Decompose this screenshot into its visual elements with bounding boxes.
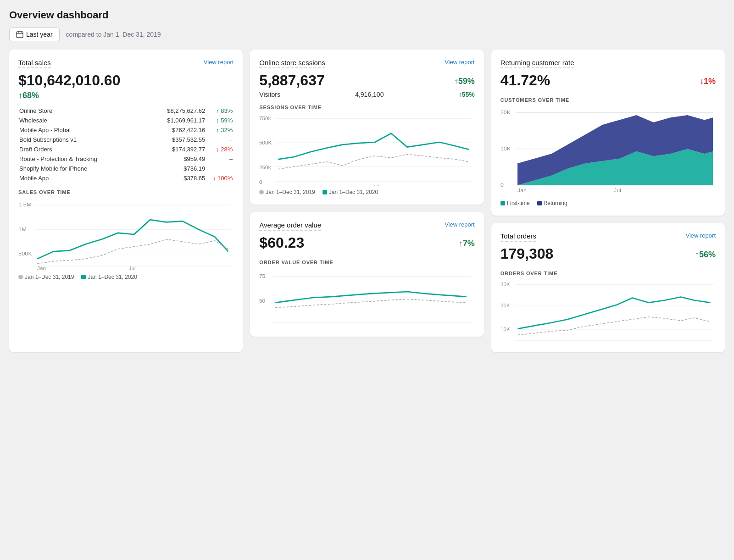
sales-table-row: Wholesale $1,069,961.17 ↑ 59% [18,116,234,125]
sales-row-pct: ↑ 83% [206,106,234,116]
returning-customer-pct: 1% [700,77,716,86]
sales-row-value: $762,422.16 [144,125,206,135]
svg-text:75: 75 [259,273,265,279]
calendar-icon [16,31,23,38]
sales-row-name: Route - Protection & Tracking [18,154,144,164]
sales-table-row: Mobile App - Plobal $762,422.16 ↑ 32% [18,125,234,135]
svg-text:Jan: Jan [278,184,287,186]
sales-row-pct: ↑ 59% [206,116,234,125]
sales-table-row: Bold Subscriptions v1 $357,532.55 – [18,135,234,144]
svg-text:500K: 500K [259,140,272,145]
svg-text:250K: 250K [259,165,272,170]
total-orders-value: 179,308 [500,245,554,262]
dashboard-grid: Total sales View report $10,642,010.60 6… [9,50,725,352]
sales-row-name: Draft Orders [18,144,144,154]
total-orders-title: Total orders [500,232,536,242]
total-sales-pct: 68% [18,91,234,100]
svg-text:Jul: Jul [129,266,136,271]
sales-chart-legend: Jan 1–Dec 31, 2019 Jan 1–Dec 31, 2020 [18,274,234,280]
svg-text:10K: 10K [500,146,511,151]
sales-row-name: Mobile App - Plobal [18,125,144,135]
sales-row-pct: – [206,154,234,164]
customers-chart: 20K 10K 0 Jan Jul [500,105,716,197]
sales-row-value: $736.19 [144,164,206,173]
sales-row-name: Bold Subscriptions v1 [18,135,144,144]
sales-table-row: Draft Orders $174,392.77 ↓ 28% [18,144,234,154]
svg-rect-0 [17,32,23,38]
returning-customer-value: 41.72% [500,72,550,89]
sales-row-pct: ↓ 28% [206,144,234,154]
avg-order-value: $60.23 [259,234,304,251]
svg-text:20K: 20K [500,110,511,115]
avg-order-title: Average order value [259,221,321,231]
sales-table-row: Online Store $8,275,627.62 ↑ 83% [18,106,234,116]
total-sales-title: Total sales [18,59,51,68]
sessions-chart-legend: Jan 1–Dec 31, 2019 Jan 1–Dec 31, 2020 [259,189,474,195]
date-range-button[interactable]: Last year [9,28,60,41]
total-orders-view-report[interactable]: View report [685,232,716,239]
svg-text:500K: 500K [18,250,33,256]
svg-text:Jul: Jul [373,184,379,186]
customers-chart-legend: First-time Returning [500,200,716,206]
sales-row-name: Mobile App [18,173,144,183]
order-value-chart: 75 50 [259,268,474,327]
sales-row-name: Wholesale [18,116,144,125]
sales-row-value: $174,392.77 [144,144,206,154]
sessions-chart: 750K 500K 250K 0 Jan Jul [259,113,474,186]
sales-breakdown-table: Online Store $8,275,627.62 ↑ 83% Wholesa… [18,106,234,183]
sales-row-pct: ↓ 100% [206,173,234,183]
page-title: Overview dashboard [9,9,725,21]
legend-returning: Returning [544,200,567,206]
svg-text:1.5M: 1.5M [18,202,32,208]
online-sessions-view-report[interactable]: View report [445,59,475,66]
sessions-chart-label: SESSIONS OVER TIME [259,105,474,110]
sales-row-pct: – [206,135,234,144]
svg-text:0: 0 [259,179,262,184]
svg-text:Jul: Jul [614,188,621,193]
sales-chart-label: SALES OVER TIME [18,189,234,195]
sales-table-row: Mobile App $378.65 ↓ 100% [18,173,234,183]
avg-order-card: Average order value View report $60.23 7… [250,212,484,337]
online-sessions-card: Online store sessions View report 5,887,… [250,50,484,205]
sales-chart: 1.5M 1M 500K Jan Jul [18,198,234,271]
total-orders-card: Total orders View report 179,308 56% ORD… [491,223,725,352]
customers-chart-label: CUSTOMERS OVER TIME [500,97,716,103]
returning-customer-title: Returning customer rate [500,59,574,68]
returning-customer-card: Returning customer rate 41.72% 1% CUSTOM… [491,50,725,216]
avg-order-view-report[interactable]: View report [445,221,475,228]
svg-text:20K: 20K [500,303,511,308]
legend-first-time: First-time [507,200,530,206]
sales-table-row: Shopify Mobile for iPhone $736.19 – [18,164,234,173]
total-orders-pct: 56% [695,250,716,260]
sales-row-pct: ↑ 32% [206,125,234,135]
avg-order-pct: 7% [459,239,475,249]
total-sales-card: Total sales View report $10,642,010.60 6… [9,50,243,352]
svg-text:10K: 10K [500,327,511,332]
visitors-pct: 55% [459,91,475,98]
visitors-value: 4,916,100 [355,91,384,98]
svg-text:Jan: Jan [37,266,46,271]
online-sessions-title: Online store sessions [259,59,325,68]
visitors-label: Visitors [259,91,280,98]
order-value-chart-label: ORDER VALUE OVER TIME [259,260,474,265]
total-sales-view-report[interactable]: View report [204,59,234,66]
sales-row-name: Online Store [18,106,144,116]
date-bar: Last year compared to Jan 1–Dec 31, 2019 [9,28,725,41]
svg-text:Jan: Jan [517,188,527,193]
svg-text:30K: 30K [500,282,511,287]
svg-text:50: 50 [259,298,265,304]
sales-row-value: $378.65 [144,173,206,183]
sales-row-name: Shopify Mobile for iPhone [18,164,144,173]
sales-row-value: $8,275,627.62 [144,106,206,116]
visitors-row: Visitors 4,916,100 55% [259,91,474,98]
svg-text:0: 0 [500,183,504,188]
svg-text:750K: 750K [259,116,272,121]
sales-row-value: $1,069,961.17 [144,116,206,125]
total-sales-value: $10,642,010.60 [18,72,234,89]
online-sessions-pct: 59% [454,77,475,86]
sales-row-pct: – [206,164,234,173]
online-sessions-value: 5,887,637 [259,72,324,89]
orders-chart: 30K 20K 10K [500,279,716,343]
sales-table-row: Route - Protection & Tracking $959.49 – [18,154,234,164]
orders-chart-label: ORDERS OVER TIME [500,271,716,276]
